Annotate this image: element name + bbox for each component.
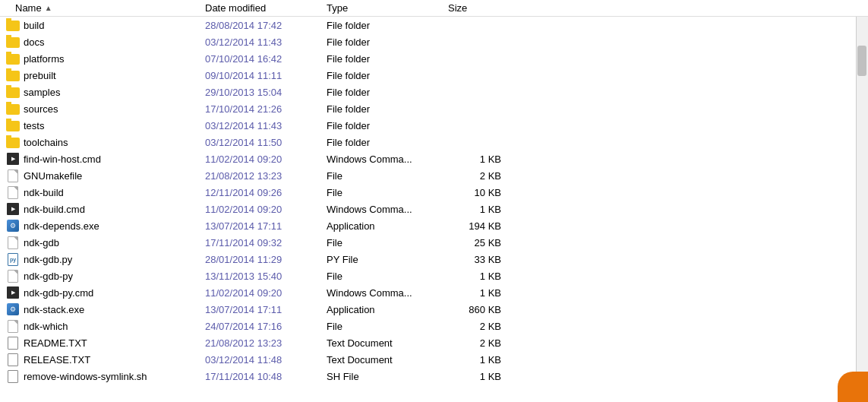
col-date-label: Date modified xyxy=(205,2,266,14)
file-name-cell: tests xyxy=(0,119,205,132)
folder-icon xyxy=(6,37,20,48)
date-cell: 13/07/2014 17:11 xyxy=(205,304,327,315)
table-row[interactable]: ndk-which 24/07/2014 17:16 File 2 KB xyxy=(0,318,868,334)
col-size-label: Size xyxy=(448,2,467,14)
file-name-cell: py ndk-gdb.py xyxy=(0,252,205,266)
date-cell: 17/11/2014 10:48 xyxy=(205,371,327,382)
table-row[interactable]: samples 29/10/2013 15:04 File folder xyxy=(0,84,868,100)
icon-wrapper xyxy=(6,102,20,116)
table-row[interactable]: build 28/08/2014 17:42 File folder xyxy=(0,17,868,33)
scrollbar[interactable] xyxy=(856,0,868,402)
icon-wrapper xyxy=(6,85,20,99)
type-cell: File folder xyxy=(327,103,448,115)
table-row[interactable]: ndk-gdb-py.cmd 11/02/2014 09:20 Windows … xyxy=(0,284,868,301)
file-name-label: ndk-depends.exe xyxy=(24,220,99,232)
folder-icon xyxy=(6,121,20,131)
type-cell: File xyxy=(327,271,448,282)
icon-wrapper xyxy=(6,269,20,283)
file-name-cell: prebuilt xyxy=(0,68,205,82)
table-row[interactable]: ndk-build.cmd 11/02/2014 09:20 Windows C… xyxy=(0,201,868,217)
folder-icon xyxy=(6,71,20,81)
size-cell: 1 KB xyxy=(448,354,509,366)
date-cell: 28/08/2014 17:42 xyxy=(205,20,327,31)
orange-action-button[interactable] xyxy=(838,372,868,402)
table-row[interactable]: toolchains 03/12/2014 11:50 File folder xyxy=(0,134,868,150)
table-row[interactable]: README.TXT 21/08/2012 13:23 Text Documen… xyxy=(0,334,868,351)
icon-wrapper xyxy=(6,135,20,149)
icon-wrapper xyxy=(6,152,20,166)
date-cell: 07/10/2014 16:42 xyxy=(205,53,327,65)
file-name-cell: GNUmakefile xyxy=(0,169,205,182)
file-name-cell: platforms xyxy=(0,52,205,65)
file-name-label: ndk-gdb.py xyxy=(24,254,72,265)
col-type-label: Type xyxy=(327,2,348,14)
file-name-label: platforms xyxy=(24,53,64,65)
table-row[interactable]: GNUmakefile 21/08/2012 13:23 File 2 KB xyxy=(0,167,868,184)
file-name-cell: ndk-build.cmd xyxy=(0,202,205,216)
date-cell: 12/11/2014 09:26 xyxy=(205,187,327,198)
date-cell: 11/02/2014 09:20 xyxy=(205,204,327,215)
table-row[interactable]: ndk-gdb-py 13/11/2013 15:40 File 1 KB xyxy=(0,267,868,284)
scroll-thumb[interactable] xyxy=(857,46,866,76)
table-row[interactable]: RELEASE.TXT 03/12/2014 11:48 Text Docume… xyxy=(0,351,868,368)
file-name-cell: toolchains xyxy=(0,135,205,149)
date-cell: 24/07/2014 17:16 xyxy=(205,321,327,332)
date-cell: 21/08/2012 13:23 xyxy=(205,170,327,182)
file-icon xyxy=(8,169,18,182)
date-cell: 13/11/2013 15:40 xyxy=(205,271,327,282)
size-cell: 194 KB xyxy=(448,220,509,232)
size-cell: 2 KB xyxy=(448,170,509,182)
icon-wrapper xyxy=(6,302,20,316)
type-cell: File xyxy=(327,237,448,248)
col-header-type[interactable]: Type xyxy=(327,2,448,14)
file-name-cell: ndk-stack.exe xyxy=(0,302,205,316)
file-name-label: ndk-build.cmd xyxy=(24,204,85,215)
folder-icon xyxy=(6,138,20,148)
table-row[interactable]: ndk-stack.exe 13/07/2014 17:11 Applicati… xyxy=(0,301,868,318)
date-cell: 03/12/2014 11:43 xyxy=(205,36,327,48)
file-name-label: ndk-gdb-py.cmd xyxy=(24,287,93,299)
file-name-cell: ndk-which xyxy=(0,319,205,333)
folder-icon xyxy=(6,54,20,65)
table-row[interactable]: sources 17/10/2014 21:26 File folder xyxy=(0,100,868,117)
type-cell: PY File xyxy=(327,254,448,265)
table-row[interactable]: py ndk-gdb.py 28/01/2014 11:29 PY File 3… xyxy=(0,251,868,267)
exe-icon xyxy=(7,220,19,232)
table-row[interactable]: ndk-depends.exe 13/07/2014 17:11 Applica… xyxy=(0,217,868,234)
file-icon xyxy=(8,186,18,199)
type-cell: File folder xyxy=(327,53,448,65)
col-header-size[interactable]: Size xyxy=(448,2,509,14)
date-cell: 17/11/2014 09:32 xyxy=(205,237,327,248)
date-cell: 11/02/2014 09:20 xyxy=(205,287,327,299)
table-row[interactable]: tests 03/12/2014 11:43 File folder xyxy=(0,117,868,134)
table-row[interactable]: docs 03/12/2014 11:43 File folder xyxy=(0,33,868,50)
type-cell: SH File xyxy=(327,371,448,382)
icon-wrapper xyxy=(6,319,20,333)
file-name-cell: ndk-gdb-py.cmd xyxy=(0,286,205,299)
file-name-label: ndk-which xyxy=(24,321,68,332)
icon-wrapper xyxy=(6,336,20,350)
file-name-label: prebuilt xyxy=(24,70,56,81)
col-name-label: Name xyxy=(15,2,42,14)
icon-wrapper xyxy=(6,353,20,366)
date-cell: 29/10/2013 15:04 xyxy=(205,87,327,98)
size-cell: 1 KB xyxy=(448,204,509,215)
file-name-label: RELEASE.TXT xyxy=(24,354,90,366)
icon-wrapper xyxy=(6,35,20,49)
size-cell: 33 KB xyxy=(448,254,509,265)
table-row[interactable]: prebuilt 09/10/2014 11:11 File folder xyxy=(0,67,868,84)
table-row[interactable]: remove-windows-symlink.sh 17/11/2014 10:… xyxy=(0,368,868,385)
size-cell: 860 KB xyxy=(448,304,509,315)
type-cell: Application xyxy=(327,304,448,315)
type-cell: File folder xyxy=(327,137,448,148)
size-cell: 1 KB xyxy=(448,154,509,165)
table-row[interactable]: find-win-host.cmd 11/02/2014 09:20 Windo… xyxy=(0,150,868,167)
col-header-date[interactable]: Date modified xyxy=(205,2,327,14)
table-row[interactable]: platforms 07/10/2014 16:42 File folder xyxy=(0,50,868,67)
table-row[interactable]: ndk-build 12/11/2014 09:26 File 10 KB xyxy=(0,184,868,201)
type-cell: Windows Comma... xyxy=(327,204,448,215)
file-name-cell: ndk-gdb-py xyxy=(0,269,205,283)
file-name-label: README.TXT xyxy=(24,337,87,349)
col-header-name[interactable]: Name ▲ xyxy=(0,2,205,14)
table-row[interactable]: ndk-gdb 17/11/2014 09:32 File 25 KB xyxy=(0,234,868,251)
